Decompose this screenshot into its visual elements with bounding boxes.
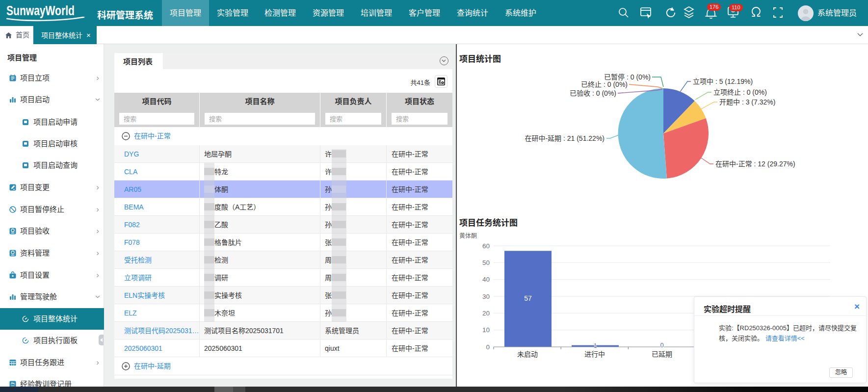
svg-text:40: 40 — [482, 276, 490, 283]
svg-text:开题中 : 3 (7.32%): 开题中 : 3 (7.32%) — [719, 98, 775, 106]
svg-text:已暂停 : 0 (0%): 已暂停 : 0 (0%) — [604, 73, 651, 81]
svg-text:10: 10 — [482, 326, 490, 334]
svg-text:30: 30 — [482, 293, 490, 300]
svg-text:60: 60 — [482, 242, 490, 250]
svg-text:在研中-正常 : 12 (29.27%): 在研中-正常 : 12 (29.27%) — [715, 160, 795, 168]
svg-text:1: 1 — [593, 342, 597, 349]
svg-text:已延期: 已延期 — [652, 350, 672, 358]
svg-text:立项中 : 5 (12.19%): 立项中 : 5 (12.19%) — [693, 78, 753, 85]
svg-text:已终止 : 0 (0%): 已终止 : 0 (0%) — [581, 80, 628, 88]
svg-text:已验收 : 0 (0%): 已验收 : 0 (0%) — [570, 89, 616, 97]
svg-text:50: 50 — [482, 259, 490, 266]
svg-text:立项终止 : 0 (0%): 立项终止 : 0 (0%) — [713, 88, 767, 96]
svg-text:0: 0 — [660, 341, 663, 349]
svg-text:57: 57 — [524, 294, 532, 302]
svg-text:0: 0 — [486, 343, 490, 351]
svg-text:进行中: 进行中 — [584, 350, 605, 358]
svg-text:未启动: 未启动 — [517, 350, 538, 358]
svg-text:在研中-延期 : 21 (51.22%): 在研中-延期 : 21 (51.22%) — [525, 134, 605, 142]
svg-text:20: 20 — [482, 310, 490, 317]
